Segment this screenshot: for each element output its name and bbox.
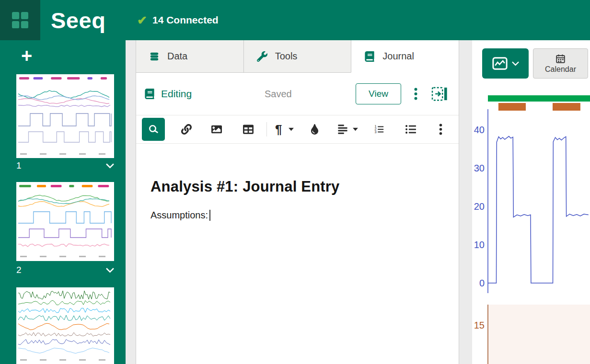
connection-status-label: 14 Connected	[152, 14, 219, 26]
journal-toolbar: ¶ 1 2 3	[136, 115, 459, 144]
view-button[interactable]: View	[356, 83, 401, 104]
panel-tabs: Data Tools Journal	[136, 40, 459, 73]
worksheet-thumbnail-2[interactable]	[16, 182, 114, 261]
add-worksheet-button[interactable]: +	[21, 46, 32, 65]
insert-seeq-content-button[interactable]	[142, 118, 165, 141]
worksheet-row-1[interactable]: 1	[16, 160, 114, 171]
expand-panel-icon	[431, 87, 448, 101]
worksheet-sidebar: + 1 2	[0, 40, 126, 364]
toolbar-separator	[266, 122, 267, 136]
worksheet-label: 2	[16, 265, 22, 275]
paragraph-style-button[interactable]: ¶	[275, 123, 282, 136]
document-title: Analysis #1: Journal Entry	[150, 178, 444, 195]
calendar-button-label: Calendar	[545, 65, 576, 74]
tab-label: Tools	[275, 51, 298, 62]
journal-book-icon	[144, 89, 155, 99]
save-state-label: Saved	[265, 73, 292, 115]
insert-image-icon[interactable]	[211, 124, 222, 135]
journal-document[interactable]: Analysis #1: Journal Entry Assumptions:	[150, 178, 444, 221]
chevron-down-icon	[512, 61, 519, 66]
text-cursor	[209, 210, 210, 221]
worksheet-row-2[interactable]: 2	[16, 264, 114, 276]
journal-statusbar: Editing Saved View	[136, 73, 459, 115]
caret-down-icon[interactable]	[289, 128, 294, 131]
connection-status[interactable]: ✔ 14 Connected	[137, 0, 219, 40]
svg-text:40: 40	[474, 125, 485, 135]
caret-down-icon[interactable]	[353, 128, 358, 131]
database-icon	[149, 51, 160, 62]
svg-text:20: 20	[474, 201, 485, 212]
text-color-droplet-icon[interactable]	[311, 124, 319, 135]
worksheet-thumbnail-3[interactable]	[16, 287, 114, 364]
wrench-icon	[257, 51, 267, 62]
align-left-icon[interactable]	[337, 124, 348, 135]
check-icon: ✔	[137, 13, 147, 27]
tab-data[interactable]: Data	[136, 40, 243, 73]
document-body-text: Assumptions:	[150, 210, 208, 221]
calendar-icon	[555, 54, 566, 64]
worksheet-label: 1	[16, 160, 22, 171]
tab-tools[interactable]: Tools	[243, 40, 351, 73]
svg-text:30: 30	[474, 163, 485, 173]
bullet-list-icon[interactable]	[405, 124, 416, 135]
editing-label: Editing	[161, 88, 192, 100]
trend-chart[interactable]: 403020100	[472, 86, 590, 305]
calendar-button[interactable]: Calendar	[533, 48, 588, 79]
trend-chart-icon	[492, 57, 508, 70]
svg-text:0: 0	[479, 278, 485, 288]
top-bar: Seeq ✔ 14 Connected	[0, 0, 590, 40]
toolbar-overflow-icon[interactable]	[439, 124, 442, 135]
ordered-list-icon[interactable]: 1 2 3	[374, 124, 384, 135]
tab-journal[interactable]: Journal	[351, 40, 459, 73]
expand-journal-button[interactable]	[431, 73, 448, 115]
app-menu-button[interactable]	[0, 0, 40, 40]
svg-text:10: 10	[474, 239, 485, 250]
tab-label: Journal	[382, 51, 414, 62]
link-icon[interactable]	[181, 124, 192, 135]
document-body[interactable]: Assumptions:	[150, 210, 444, 221]
trend-panel: Calendar 403020100 15	[472, 40, 590, 364]
grid-icon	[12, 12, 28, 28]
chevron-down-icon[interactable]	[106, 268, 114, 273]
worksheet-thumbnail-1[interactable]	[16, 74, 114, 158]
seeq-workbench: Seeq ✔ 14 Connected + 1 2	[0, 0, 590, 364]
insert-table-icon[interactable]	[243, 124, 254, 135]
svg-text:3: 3	[374, 130, 376, 134]
journal-book-icon	[364, 51, 375, 62]
seeq-q-icon	[148, 124, 159, 135]
svg-text:15: 15	[474, 320, 485, 330]
kebab-menu-icon	[414, 88, 417, 100]
trend-chart-bottom-lane[interactable]: 15	[472, 305, 590, 364]
tab-label: Data	[167, 51, 187, 62]
journal-overflow-menu[interactable]	[414, 73, 417, 115]
seeq-logo: Seeq	[51, 0, 105, 40]
chevron-down-icon[interactable]	[106, 163, 114, 169]
worksheet-panel: Data Tools Journal Editing	[136, 40, 459, 364]
display-mode-button[interactable]	[482, 48, 529, 79]
editing-mode-indicator[interactable]: Editing	[144, 73, 192, 115]
